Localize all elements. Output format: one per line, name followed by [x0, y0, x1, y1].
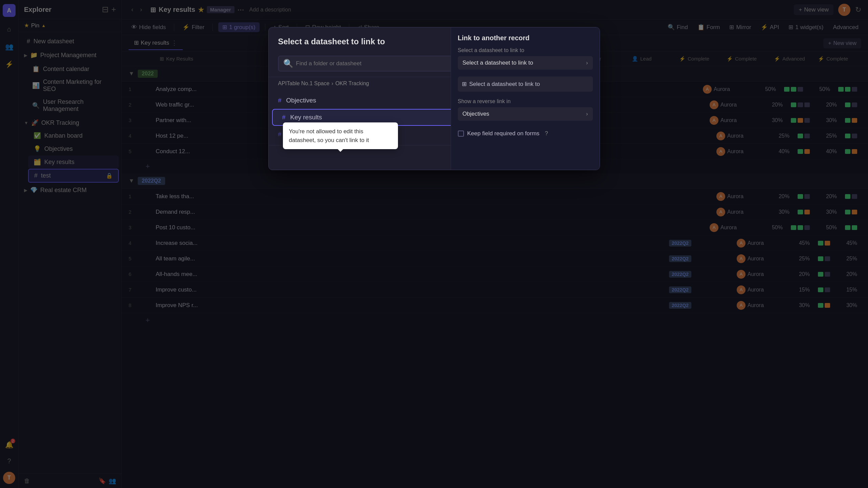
modal-overlay[interactable]: Select a datasheet to link to × 🔍 Hide u…: [0, 0, 868, 488]
modal-title: Select a datasheet to link to: [278, 37, 385, 46]
modal-item-icon-test: #: [278, 131, 282, 138]
required-checkbox[interactable]: [458, 131, 464, 137]
field-reverse-arrow-icon: ›: [586, 111, 588, 117]
field-option-arrow-icon: ›: [586, 60, 588, 66]
breadcrumb-sep: ›: [332, 80, 333, 87]
field-checkbox-required: Keep field required on forms ?: [458, 127, 593, 140]
required-help-icon[interactable]: ?: [545, 130, 548, 137]
field-reverse-value: Objectives: [463, 111, 489, 117]
field-reverse-option[interactable]: Objectives ›: [458, 107, 593, 121]
uneditable-tooltip: You're not allowed to edit this datashee…: [283, 122, 398, 149]
modal-item-label-key-results: Key results: [290, 114, 322, 121]
link-datasheet-btn[interactable]: ⊞ Select a datasheet to link to: [458, 76, 593, 92]
link-btn-label: Select a datasheet to link to: [469, 81, 540, 88]
field-section-forms: Keep field required on forms ?: [458, 127, 593, 140]
select-datasheet-modal: Select a datasheet to link to × 🔍 Hide u…: [268, 27, 600, 170]
modal-item-icon-key-results: #: [282, 114, 286, 121]
required-label: Keep field required on forms: [467, 130, 540, 137]
breadcrumb-space[interactable]: APITable No.1 Space: [278, 80, 330, 87]
field-section-reverse: Show a reverse link in Objectives ›: [458, 98, 593, 121]
modal-item-icon-objectives: #: [278, 97, 282, 104]
link-icon: ⊞: [462, 80, 467, 88]
field-section-datasheet: Select a datasheet to link to Select a d…: [458, 47, 593, 70]
field-section-link: ⊞ Select a datasheet to link to: [458, 76, 593, 92]
field-reverse-label: Show a reverse link in: [458, 98, 593, 104]
field-panel-title: Link to another record: [458, 34, 593, 42]
modal-item-label-objectives: Objectives: [286, 97, 316, 104]
field-datasheet-value: Select a datasheet to link to: [463, 60, 533, 66]
field-datasheet-option[interactable]: Select a datasheet to link to ›: [458, 56, 593, 70]
search-icon: 🔍: [283, 59, 293, 68]
tooltip-text: You're not allowed to edit this datashee…: [289, 128, 369, 143]
field-settings-panel: Link to another record Select a datashee…: [451, 27, 600, 170]
breadcrumb-folder[interactable]: OKR Tracking: [335, 80, 369, 87]
field-section-label-datasheet: Select a datasheet to link to: [458, 47, 593, 53]
